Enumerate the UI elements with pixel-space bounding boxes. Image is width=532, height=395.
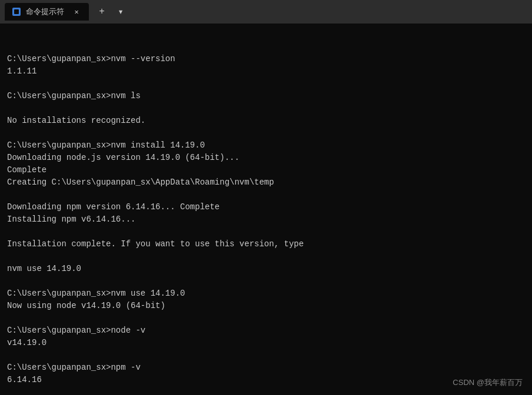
terminal-line: Now using node v14.19.0 (64-bit) [7,300,525,312]
terminal-icon [12,7,21,16]
tab-close-button[interactable]: ✕ [71,6,82,17]
terminal-line: Downloading node.js version 14.19.0 (64-… [7,152,525,164]
terminal-line [7,78,525,90]
terminal-line [7,127,525,139]
terminal-line: 6.14.16 [7,374,525,386]
terminal-line: v14.19.0 [7,337,525,349]
new-tab-button[interactable]: + [94,4,110,20]
terminal-line: Installing npm v6.14.16... [7,213,525,226]
terminal-line: nvm use 14.19.0 [7,263,525,275]
terminal-window: 命令提示符 ✕ + ▾ C:\Users\gupanpan_sx>nvm --v… [0,0,532,395]
terminal-line: C:\Users\gupanpan_sx>nvm --version [7,53,525,65]
watermark: CSDN @我年薪百万 [453,377,523,388]
dropdown-button[interactable]: ▾ [112,4,129,20]
terminal-line: 1.1.11 [7,65,525,78]
terminal-line: C:\Users\gupanpan_sx>npm -v [7,361,525,374]
terminal-line [7,189,525,201]
terminal-line: Downloading npm version 6.14.16... Compl… [7,201,525,213]
terminal-line [7,102,525,115]
terminal-line [7,250,525,263]
terminal-body[interactable]: C:\Users\gupanpan_sx>nvm --version1.1.11… [0,24,532,395]
terminal-line: Complete [7,164,525,176]
terminal-line: C:\Users\gupanpan_sx>nvm ls [7,90,525,102]
titlebar: 命令提示符 ✕ + ▾ [0,0,532,24]
tab-label: 命令提示符 [26,6,64,17]
terminal-line: Installation complete. If you want to us… [7,238,525,250]
active-tab[interactable]: 命令提示符 ✕ [5,3,89,21]
terminal-line [7,349,525,361]
titlebar-actions: + ▾ [94,4,129,20]
terminal-line [7,226,525,238]
terminal-line [7,312,525,324]
terminal-line: C:\Users\gupanpan_sx>nvm install 14.19.0 [7,139,525,152]
terminal-line: Creating C:\Users\gupanpan_sx\AppData\Ro… [7,176,525,189]
terminal-line: C:\Users\gupanpan_sx>nvm use 14.19.0 [7,287,525,300]
terminal-line: C:\Users\gupanpan_sx>node -v [7,324,525,337]
terminal-line: No installations recognized. [7,115,525,127]
terminal-line [7,275,525,287]
terminal-line [7,386,525,395]
